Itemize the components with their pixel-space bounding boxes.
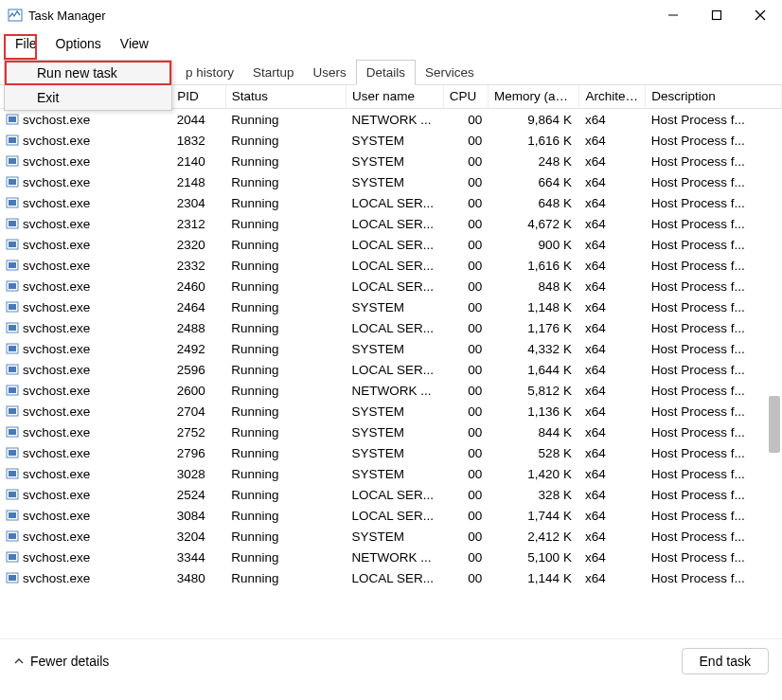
- table-row[interactable]: svchost.exe3480RunningLOCAL SER...001,14…: [0, 567, 782, 588]
- close-button[interactable]: [738, 0, 782, 30]
- process-icon: [6, 550, 19, 564]
- table-row[interactable]: svchost.exe1832RunningSYSTEM001,616 Kx64…: [0, 130, 782, 151]
- table-row[interactable]: svchost.exe2600RunningNETWORK ...005,812…: [0, 380, 782, 401]
- table-row[interactable]: svchost.exe3084RunningLOCAL SER...001,74…: [0, 505, 782, 526]
- tab-details[interactable]: Details: [356, 60, 416, 85]
- table-row[interactable]: svchost.exe2752RunningSYSTEM00844 Kx64Ho…: [0, 422, 782, 442]
- cell-arch: x64: [579, 484, 646, 505]
- cell-description: Host Process f...: [646, 130, 782, 151]
- process-icon: [6, 509, 19, 522]
- footer: Fewer details End task: [0, 638, 782, 682]
- cell-pid: 3480: [171, 567, 225, 588]
- cell-cpu: 00: [443, 276, 488, 296]
- svg-rect-48: [9, 554, 16, 560]
- cell-user: SYSTEM: [347, 296, 444, 317]
- cell-arch: x64: [579, 338, 646, 359]
- cell-memory: 1,644 K: [488, 359, 579, 380]
- table-row[interactable]: svchost.exe3028RunningSYSTEM001,420 Kx64…: [0, 463, 782, 484]
- fewer-details-button[interactable]: Fewer details: [13, 654, 109, 669]
- cell-user: NETWORK ...: [347, 380, 444, 401]
- col-architecture[interactable]: Architec...: [579, 85, 646, 109]
- cell-status: Running: [225, 526, 346, 547]
- table-row[interactable]: svchost.exe2492RunningSYSTEM004,332 Kx64…: [0, 338, 782, 359]
- menu-file[interactable]: File: [6, 30, 46, 57]
- cell-name: svchost.exe: [23, 509, 90, 523]
- cell-status: Running: [225, 567, 346, 588]
- tab-app-history[interactable]: p history: [176, 61, 243, 84]
- tab-users[interactable]: Users: [304, 61, 356, 84]
- cell-name: svchost.exe: [23, 425, 90, 440]
- cell-user: SYSTEM: [347, 526, 444, 547]
- table-row[interactable]: svchost.exe2488RunningLOCAL SER...001,17…: [0, 317, 782, 338]
- cell-memory: 648 K: [488, 192, 579, 213]
- table-row[interactable]: svchost.exe2140RunningSYSTEM00248 Kx64Ho…: [0, 151, 782, 171]
- cell-pid: 2140: [171, 151, 225, 171]
- col-memory[interactable]: Memory (ac...: [488, 85, 579, 109]
- process-icon: [6, 279, 19, 293]
- cell-name: svchost.exe: [23, 259, 90, 273]
- col-cpu[interactable]: CPU: [443, 85, 488, 109]
- table-row[interactable]: svchost.exe2524RunningLOCAL SER...00328 …: [0, 484, 782, 505]
- table-row[interactable]: svchost.exe3204RunningSYSTEM002,412 Kx64…: [0, 526, 782, 547]
- menu-exit[interactable]: Exit: [5, 85, 171, 110]
- table-row[interactable]: svchost.exe2332RunningLOCAL SER...001,61…: [0, 255, 782, 276]
- cell-cpu: 00: [443, 296, 488, 317]
- cell-name: svchost.exe: [23, 488, 90, 502]
- process-icon: [6, 321, 19, 334]
- menu-run-new-task[interactable]: Run new task: [5, 61, 171, 85]
- maximize-button[interactable]: [695, 0, 738, 30]
- table-row[interactable]: svchost.exe2320RunningLOCAL SER...00900 …: [0, 234, 782, 255]
- cell-memory: 5,100 K: [488, 547, 579, 567]
- table-row[interactable]: svchost.exe2304RunningLOCAL SER...00648 …: [0, 192, 782, 213]
- cell-description: Host Process f...: [646, 526, 782, 547]
- cell-arch: x64: [579, 505, 646, 526]
- col-status[interactable]: Status: [225, 85, 346, 109]
- cell-arch: x64: [579, 276, 646, 296]
- cell-user: LOCAL SER...: [347, 213, 444, 234]
- tab-startup[interactable]: Startup: [243, 61, 304, 84]
- window-controls: [651, 0, 782, 30]
- table-row[interactable]: svchost.exe2464RunningSYSTEM001,148 Kx64…: [0, 296, 782, 317]
- table-row[interactable]: svchost.exe2596RunningLOCAL SER...001,64…: [0, 359, 782, 380]
- cell-user: SYSTEM: [347, 130, 444, 151]
- cell-cpu: 00: [443, 401, 488, 422]
- cell-name: svchost.exe: [23, 238, 90, 252]
- cell-status: Running: [225, 192, 346, 213]
- cell-description: Host Process f...: [646, 505, 782, 526]
- end-task-button[interactable]: End task: [682, 648, 769, 674]
- cell-cpu: 00: [443, 463, 488, 484]
- cell-pid: 2600: [171, 380, 225, 401]
- cell-description: Host Process f...: [646, 296, 782, 317]
- process-icon: [6, 259, 19, 272]
- menu-options[interactable]: Options: [46, 30, 111, 57]
- cell-cpu: 00: [443, 255, 488, 276]
- process-icon: [6, 217, 19, 230]
- svg-rect-36: [9, 429, 16, 435]
- table-row[interactable]: svchost.exe2796RunningSYSTEM00528 Kx64Ho…: [0, 442, 782, 463]
- svg-rect-12: [9, 179, 16, 185]
- cell-memory: 4,332 K: [488, 338, 579, 359]
- process-icon: [6, 154, 19, 168]
- table-row[interactable]: svchost.exe2044RunningNETWORK ...009,864…: [0, 109, 782, 131]
- menu-view[interactable]: View: [111, 30, 158, 57]
- cell-memory: 844 K: [488, 422, 579, 442]
- table-row[interactable]: svchost.exe2312RunningLOCAL SER...004,67…: [0, 213, 782, 234]
- cell-memory: 1,616 K: [488, 130, 579, 151]
- col-user[interactable]: User name: [347, 85, 444, 109]
- scroll-thumb[interactable]: [769, 396, 780, 453]
- table-row[interactable]: svchost.exe2704RunningSYSTEM001,136 Kx64…: [0, 401, 782, 422]
- cell-description: Host Process f...: [646, 338, 782, 359]
- svg-rect-46: [9, 533, 16, 539]
- col-pid[interactable]: PID: [171, 85, 225, 109]
- col-description[interactable]: Description: [646, 85, 782, 109]
- table-row[interactable]: svchost.exe2148RunningSYSTEM00664 Kx64Ho…: [0, 171, 782, 192]
- tab-services[interactable]: Services: [416, 61, 484, 84]
- table-row[interactable]: svchost.exe3344RunningNETWORK ...005,100…: [0, 547, 782, 567]
- scrollbar[interactable]: [767, 114, 780, 635]
- process-icon: [6, 196, 19, 209]
- cell-memory: 248 K: [488, 151, 579, 171]
- minimize-button[interactable]: [651, 0, 695, 30]
- svg-rect-14: [9, 200, 16, 206]
- cell-status: Running: [225, 359, 346, 380]
- table-row[interactable]: svchost.exe2460RunningLOCAL SER...00848 …: [0, 276, 782, 296]
